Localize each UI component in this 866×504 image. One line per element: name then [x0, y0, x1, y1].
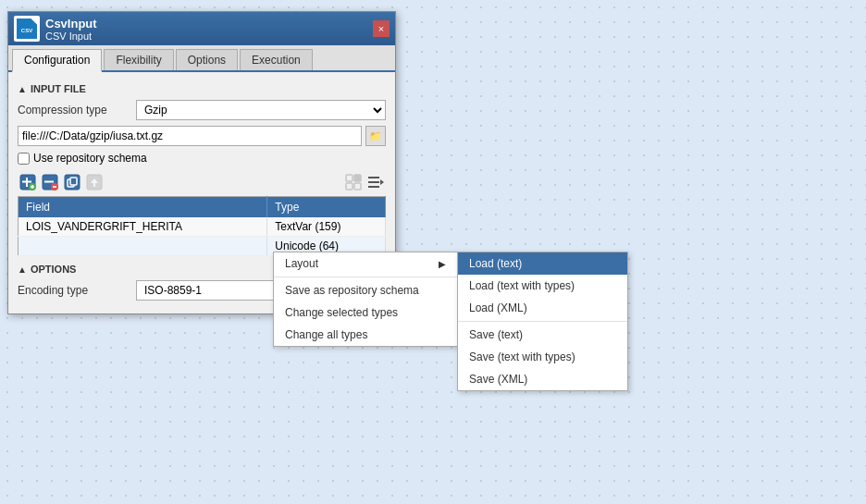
data-table: Field Type LOIS_VANDERGRIFT_HERITA TextV… — [18, 196, 386, 256]
encoding-label: Encoding type — [18, 284, 129, 297]
context-menu-primary: Layout ▶ Save as repository schema Chang… — [273, 252, 458, 347]
menu-item-load-text-types[interactable]: Load (text with types) — [458, 275, 627, 297]
field-cell-1 — [19, 237, 267, 256]
menu-item-layout[interactable]: Layout ▶ — [274, 252, 457, 275]
chevron-up-icon: ▲ — [18, 84, 27, 94]
svg-rect-7 — [44, 181, 54, 183]
toolbar-left — [18, 172, 105, 192]
col-header-field: Field — [19, 197, 267, 218]
menu-item-change-selected[interactable]: Change selected types — [274, 301, 457, 324]
browse-button[interactable]: 📁 — [365, 126, 386, 146]
delete-field-button[interactable] — [40, 172, 60, 192]
tab-configuration[interactable]: Configuration — [12, 49, 102, 72]
titlebar-left: CSV CsvInput CSV Input — [14, 16, 97, 42]
titlebar: CSV CsvInput CSV Input × — [8, 12, 395, 45]
copy-icon — [64, 174, 80, 191]
toolbar-row — [18, 172, 386, 192]
component-name: CsvInput — [45, 17, 97, 31]
compression-select[interactable]: Gzip — [136, 100, 386, 120]
component-subtitle: CSV Input — [45, 31, 97, 42]
menu-item-save-text[interactable]: Save (text) — [458, 324, 627, 346]
csv-icon: CSV — [14, 16, 40, 42]
tab-execution[interactable]: Execution — [240, 49, 313, 70]
svg-rect-5 — [31, 185, 33, 189]
svg-rect-20 — [368, 177, 379, 178]
file-path-row: 📁 — [18, 126, 386, 146]
svg-rect-18 — [346, 183, 353, 190]
move-up-icon — [86, 174, 103, 191]
options-chevron-icon: ▲ — [18, 264, 27, 275]
menu-item-save-text-types[interactable]: Save (text with types) — [458, 346, 627, 368]
add-field-button[interactable] — [18, 172, 38, 192]
menu-item-save-xml[interactable]: Save (XML) — [458, 368, 627, 390]
use-repo-checkbox[interactable] — [18, 153, 30, 165]
tab-options[interactable]: Options — [176, 49, 238, 70]
svg-marker-23 — [380, 179, 384, 185]
layout-menu-button[interactable] — [365, 172, 386, 192]
add-icon — [19, 174, 36, 191]
grid-view-icon — [345, 174, 362, 191]
layout-icon — [367, 174, 384, 191]
use-repo-label: Use repository schema — [33, 152, 147, 165]
menu-item-load-xml[interactable]: Load (XML) — [458, 297, 627, 319]
svg-rect-12 — [70, 178, 77, 185]
copy-field-button[interactable] — [62, 172, 82, 192]
file-path-input[interactable] — [18, 126, 362, 146]
options-label: OPTIONS — [31, 264, 77, 275]
csv-icon-label: CSV — [21, 28, 32, 33]
tab-flexibility[interactable]: Flexibility — [104, 49, 173, 70]
context-menu-secondary: Load (text) Load (text with types) Load … — [457, 252, 628, 391]
submenu-arrow-icon: ▶ — [439, 259, 446, 269]
compression-label: Compression type — [18, 104, 129, 117]
toolbar-right — [343, 172, 386, 192]
tabs-bar: Configuration Flexibility Options Execut… — [8, 45, 395, 72]
table-row[interactable]: LOIS_VANDERGRIFT_HERITA TextVar (159) — [19, 217, 386, 237]
svg-rect-21 — [368, 181, 379, 183]
input-file-section-header: ▲ INPUT FILE — [18, 83, 386, 94]
svg-rect-17 — [354, 175, 361, 181]
svg-rect-2 — [22, 181, 31, 183]
type-cell-0: TextVar (159) — [267, 217, 386, 237]
svg-rect-9 — [53, 186, 56, 188]
delete-icon — [42, 174, 58, 191]
menu-divider-2 — [458, 321, 627, 322]
svg-rect-15 — [93, 182, 95, 187]
col-header-type: Type — [267, 197, 386, 218]
menu-item-load-text[interactable]: Load (text) — [458, 252, 627, 275]
checkbox-row: Use repository schema — [18, 152, 386, 165]
compression-row: Compression type Gzip — [18, 100, 386, 120]
input-file-label: INPUT FILE — [31, 83, 86, 94]
close-button[interactable]: × — [373, 20, 390, 37]
svg-rect-16 — [346, 175, 353, 181]
grid-view-button[interactable] — [343, 172, 364, 192]
svg-rect-19 — [354, 183, 361, 190]
menu-item-save-repo[interactable]: Save as repository schema — [274, 279, 457, 301]
menu-divider — [274, 277, 457, 277]
title-text: CsvInput CSV Input — [45, 17, 97, 42]
move-up-button[interactable] — [84, 172, 105, 192]
folder-icon: 📁 — [369, 130, 382, 142]
menu-item-change-all[interactable]: Change all types — [274, 324, 457, 346]
field-cell-0: LOIS_VANDERGRIFT_HERITA — [19, 217, 267, 237]
svg-rect-22 — [368, 186, 379, 188]
